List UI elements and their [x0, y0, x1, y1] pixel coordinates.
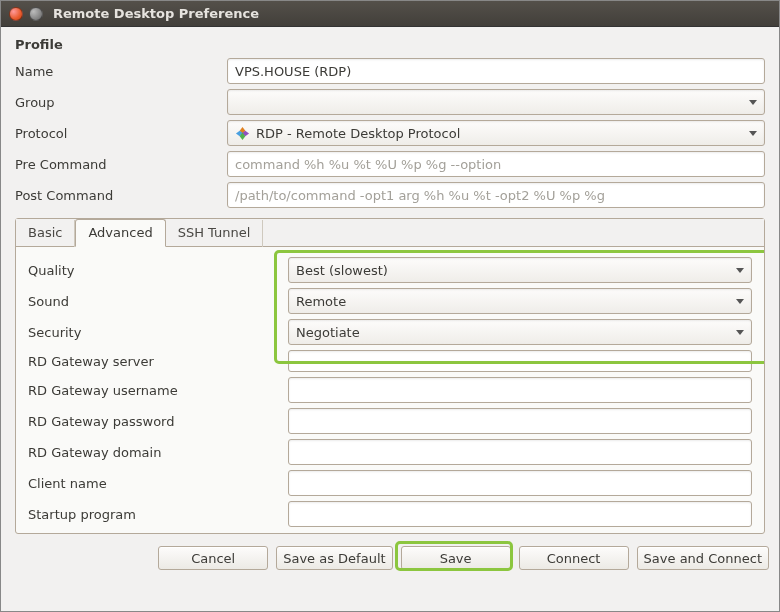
- tab-basic[interactable]: Basic: [16, 220, 75, 247]
- quality-dropdown[interactable]: Best (slowest): [288, 257, 752, 283]
- window-title: Remote Desktop Preference: [53, 6, 259, 21]
- chevron-down-icon: [736, 299, 744, 304]
- button-bar: Cancel Save as Default Save Connect Save…: [1, 540, 779, 578]
- startup-path-input[interactable]: [288, 533, 752, 534]
- tab-advanced-body: Quality Best (slowest) Sound Remote Secu…: [16, 247, 764, 533]
- rdgw-server-label: RD Gateway server: [28, 354, 288, 369]
- pre-command-input[interactable]: [227, 151, 765, 177]
- sound-label: Sound: [28, 294, 288, 309]
- protocol-value: RDP - Remote Desktop Protocol: [256, 126, 743, 141]
- group-label: Group: [15, 95, 227, 110]
- tab-ssh-tunnel[interactable]: SSH Tunnel: [166, 220, 264, 247]
- chevron-down-icon: [736, 268, 744, 273]
- rdgw-username-input[interactable]: [288, 377, 752, 403]
- profile-heading: Profile: [15, 37, 765, 52]
- security-dropdown[interactable]: Negotiate: [288, 319, 752, 345]
- save-as-default-button[interactable]: Save as Default: [276, 546, 392, 570]
- connect-button[interactable]: Connect: [519, 546, 629, 570]
- rdgw-domain-input[interactable]: [288, 439, 752, 465]
- tab-advanced[interactable]: Advanced: [75, 219, 165, 247]
- name-label: Name: [15, 64, 227, 79]
- tab-bar: Basic Advanced SSH Tunnel: [16, 219, 764, 247]
- title-bar: Remote Desktop Preference: [1, 1, 779, 27]
- protocol-dropdown[interactable]: RDP - Remote Desktop Protocol: [227, 120, 765, 146]
- pre-command-label: Pre Command: [15, 157, 227, 172]
- minimize-icon[interactable]: [29, 7, 43, 21]
- post-command-input[interactable]: [227, 182, 765, 208]
- cancel-button[interactable]: Cancel: [158, 546, 268, 570]
- post-command-label: Post Command: [15, 188, 227, 203]
- sound-dropdown[interactable]: Remote: [288, 288, 752, 314]
- settings-tabs: Basic Advanced SSH Tunnel Quality Best (…: [15, 218, 765, 534]
- rdgw-server-input[interactable]: [288, 350, 752, 372]
- rdp-icon: [235, 126, 250, 141]
- save-button[interactable]: Save: [401, 546, 511, 570]
- startup-path-label: Startup path: [28, 532, 288, 533]
- chevron-down-icon: [736, 330, 744, 335]
- rdgw-password-input[interactable]: [288, 408, 752, 434]
- rdgw-username-label: RD Gateway username: [28, 383, 288, 398]
- quality-label: Quality: [28, 263, 288, 278]
- group-dropdown[interactable]: [227, 89, 765, 115]
- client-name-label: Client name: [28, 476, 288, 491]
- close-icon[interactable]: [9, 7, 23, 21]
- client-name-input[interactable]: [288, 470, 752, 496]
- security-label: Security: [28, 325, 288, 340]
- name-input[interactable]: [227, 58, 765, 84]
- rdgw-domain-label: RD Gateway domain: [28, 445, 288, 460]
- chevron-down-icon: [749, 131, 757, 136]
- rdgw-password-label: RD Gateway password: [28, 414, 288, 429]
- chevron-down-icon: [749, 100, 757, 105]
- startup-program-input[interactable]: [288, 501, 752, 527]
- save-and-connect-button[interactable]: Save and Connect: [637, 546, 769, 570]
- startup-program-label: Startup program: [28, 507, 288, 522]
- window-buttons: [9, 7, 43, 21]
- protocol-label: Protocol: [15, 126, 227, 141]
